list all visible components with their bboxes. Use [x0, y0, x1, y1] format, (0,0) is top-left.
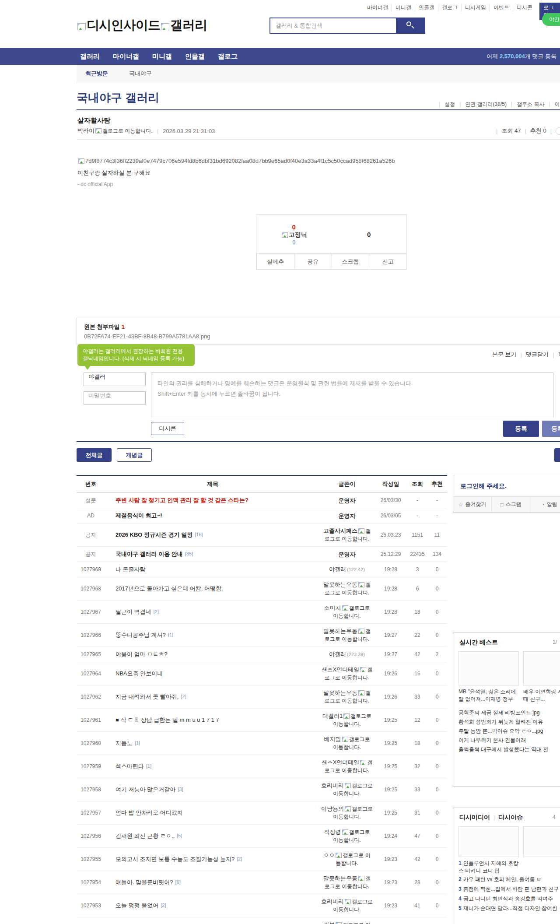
author-cell[interactable]: 직정령갤로그로 이동합니다. — [320, 825, 374, 847]
attachment-filename[interactable]: 0B72FA74-EF21-43BF-8B48-B799A5781AA8.png — [84, 333, 559, 340]
dcissue-title[interactable]: 디시이슈 — [498, 814, 523, 822]
dcmedia-item[interactable]: 3홈캠에 찍힌...집에서 바람 핀 남편과 친구 — [458, 884, 560, 894]
dcmedia-item[interactable]: 4굶고 다니던 최민식과 송강호를 먹여주 — [458, 894, 560, 903]
thumbnail-placeholder[interactable] — [523, 826, 560, 857]
dcmedia-pagination[interactable]: 4 — [553, 814, 556, 820]
post-link[interactable]: 김채원 최신 근황 ㄹㅇ,, — [116, 833, 175, 839]
dcmedia-title[interactable]: 디시미디어 — [459, 814, 490, 822]
post-link[interactable]: 뚱수니공주님 계셔? — [116, 632, 166, 638]
gallery-meta-link[interactable]: 이용안내 — [544, 101, 560, 108]
author-cell[interactable]: 말못하는우동갤로그로 이동합니다. — [320, 624, 374, 646]
post-action-button[interactable]: 공유 — [294, 254, 332, 269]
post-link[interactable]: 얘들아. 맞을준비됫어? — [116, 879, 173, 885]
comment-textarea[interactable]: 타인의 권리를 침해하거나 명예를 훼손하는 댓글은 운영원칙 및 관련 법률에… — [151, 372, 553, 417]
comment-nickname-input[interactable]: 야갤러 — [84, 372, 146, 386]
author-cell[interactable]: 샌즈X언더테일갤로그로 이동합니다. — [320, 755, 374, 778]
gallery-meta-link[interactable]: 갤주소 복사 — [507, 101, 544, 108]
thumbnail-placeholder[interactable] — [458, 826, 519, 857]
post-link[interactable]: 오늘 펑펑 울었어 — [116, 902, 158, 909]
breadcrumb-current[interactable]: 국내야구 — [129, 70, 152, 77]
realtime-best-item[interactable]: 이게 나무위키 본사 건물이래 — [458, 736, 560, 745]
author-cell[interactable]: 대갤러1갤로그로 이동합니다. — [320, 709, 374, 731]
author-cell[interactable]: 말못하는우동갤로그로 이동합니다. — [320, 685, 374, 708]
post-link[interactable]: 나 돈줄사람 — [116, 566, 146, 573]
top-utility-link[interactable]: 갤로그 — [438, 4, 462, 11]
post-author[interactable]: 박라이 — [77, 127, 94, 135]
post-action-button[interactable]: 신고 — [369, 254, 406, 269]
search-input[interactable]: 갤러리 & 통합검색 — [270, 18, 396, 34]
gallog-link[interactable]: 갤로그로 이동합니다. — [102, 127, 153, 135]
author-cell[interactable]: 야갤러(223.39)갤로그로 이동합니다. — [320, 647, 374, 662]
post-link[interactable]: NBA요즘 안보이네 — [116, 670, 163, 677]
downvote-area[interactable]: 0 — [332, 215, 407, 253]
write-post-button[interactable] — [554, 448, 560, 462]
top-utility-link[interactable]: 이벤트 — [490, 4, 513, 11]
author-cell[interactable]: 야갤러(122.42)갤로그로 이동합니다. — [320, 562, 374, 577]
author-cell[interactable]: 호리비리갤로그로 이동합니다. — [320, 894, 374, 917]
realtime-best-item[interactable]: 황석희 성범죄가 뒤늦게 알려진 이유 — [458, 717, 560, 727]
comment-password-input[interactable]: 비밀번호 — [84, 391, 146, 405]
top-utility-link[interactable]: 마이너갤 — [364, 4, 392, 11]
night-mode-button[interactable]: 야간 모드 — [542, 13, 560, 26]
thumbnail-placeholder[interactable] — [458, 651, 519, 685]
thumbnail-caption[interactable]: 배우 이연희랑 사 말했을때 친구... — [523, 688, 560, 703]
post-link[interactable]: 모의고사 조지면 보통 수능도 조질가능성 높지? — [116, 856, 234, 862]
nav-item[interactable]: 마이너갤 — [113, 53, 139, 61]
nav-item[interactable]: 인물갤 — [185, 53, 205, 61]
all-posts-button[interactable]: 전체글 — [77, 448, 112, 462]
realtime-best-pagination[interactable]: 1/ — [553, 639, 557, 645]
post-link[interactable]: 섹스마렵다 — [116, 763, 144, 769]
nav-item[interactable]: 갤로그 — [218, 53, 238, 61]
post-link[interactable]: 지금 내려와서 좆 빨아줘. — [116, 693, 178, 700]
author-cell[interactable]: 소이치갤로그로 이동합니다. — [320, 601, 374, 623]
author-cell[interactable]: 샌즈X언더테일갤로그로 이동합니다. — [320, 662, 374, 685]
top-utility-link[interactable]: 인물갤 — [415, 4, 438, 11]
post-link[interactable]: 딸근이 역겹네 — [116, 608, 151, 615]
author-cell[interactable]: 운영자갤로그로 이동합니다. — [320, 547, 374, 562]
comment-submit-secondary-button[interactable]: 등록 — [542, 421, 560, 437]
comment-submit-button[interactable]: 등록 — [503, 421, 539, 437]
post-link[interactable]: 야붕이 엄마 ㅁㅌㅊ? — [116, 651, 167, 657]
post-link[interactable]: 주변 사람 잘 챙기고 인맥 관리 잘 할 것 같은 스타는? — [116, 497, 248, 503]
author-cell[interactable]: 깐부갤로그로 이동합니다. — [320, 917, 374, 924]
dcmedia-item[interactable]: 5제니가 손대면 달라...직접 디자인 참여한 — [458, 903, 560, 913]
thumbnail-placeholder[interactable] — [523, 651, 560, 685]
tab-favorites[interactable]: ☆즐겨찾기 — [453, 497, 492, 512]
thumbnail-caption[interactable]: MB "윤석열, 싫은 소리에 말 없어져...이재명 정부 — [458, 688, 519, 703]
author-cell[interactable]: 베지밀갤로그로 이동합니다. — [320, 732, 374, 755]
nav-item[interactable]: 갤러리 — [80, 53, 100, 61]
realtime-best-item[interactable]: 공혁준의 세금 절세 리빙포인트.jpg — [458, 708, 560, 717]
gallery-meta-link[interactable]: 연관 갤러리(38/5) — [455, 101, 507, 108]
refresh-icon[interactable]: ↻ — [558, 351, 560, 358]
gallery-meta-link[interactable]: 설정 — [434, 101, 455, 108]
post-link[interactable]: 여기 저능아 많은거같아 — [116, 786, 175, 793]
realtime-best-title[interactable]: 실시간 베스트 — [459, 639, 498, 646]
concept-posts-button[interactable]: 개념글 — [117, 448, 152, 462]
post-action-button[interactable]: 실베추 — [256, 254, 294, 269]
author-cell[interactable]: ㅇㅇ갤로그로 이동합니다. — [320, 848, 374, 871]
post-action-button[interactable]: 스크랩 — [332, 254, 369, 269]
upvote-area[interactable]: 0 고정닉 0 — [256, 215, 332, 253]
realtime-best-item[interactable]: 주말 동안 뜬...빅이슈 요약 ㄹㅇ...jpg — [458, 727, 560, 736]
post-link[interactable]: 2026 KBO 정규시즌 경기 일정 — [116, 531, 192, 538]
top-utility-link[interactable]: 디시콘 — [513, 4, 536, 11]
post-link[interactable]: 제철음식이 최고~! — [116, 512, 162, 519]
top-utility-link[interactable]: 미니갤 — [392, 4, 415, 11]
tab-scrap[interactable]: □스크랩 — [492, 497, 530, 512]
post-link[interactable]: 엄마 밥 안차리로 어디갔지 — [116, 809, 183, 816]
tab-alerts[interactable]: ◔알림 — [530, 497, 560, 512]
author-cell[interactable]: 이냥뇽의갤로그로 이동합니다. — [320, 801, 374, 824]
close-comments-link[interactable]: 댓글닫기 — [526, 351, 549, 358]
top-utility-link[interactable]: 디시게임 — [462, 4, 490, 11]
breadcrumb-recent[interactable]: 최근방문 — [85, 70, 108, 77]
realtime-best-item[interactable]: 훌쩍훌쩍 대구에서 발생했다는 역대 전 — [458, 745, 560, 754]
author-cell[interactable]: 호리비리갤로그로 이동합니다. — [320, 778, 374, 801]
author-cell[interactable]: 운영자갤로그로 이동합니다. — [320, 493, 374, 508]
post-link[interactable]: 국내야구 갤러리 이용 안내 — [116, 551, 183, 557]
nav-item[interactable]: 미니갤 — [152, 53, 172, 61]
author-cell[interactable]: 고졸사시패스갤로그로 이동합니다. — [320, 523, 374, 546]
author-cell[interactable]: 운영자갤로그로 이동합니다. — [320, 509, 374, 523]
post-link[interactable]: 지듣노 — [116, 740, 133, 746]
dcmedia-item[interactable]: 2카우 패턴 vs 호피 체인, 올여름 ㅂ — [458, 875, 560, 884]
dccon-button[interactable]: 디시콘 — [151, 422, 184, 435]
